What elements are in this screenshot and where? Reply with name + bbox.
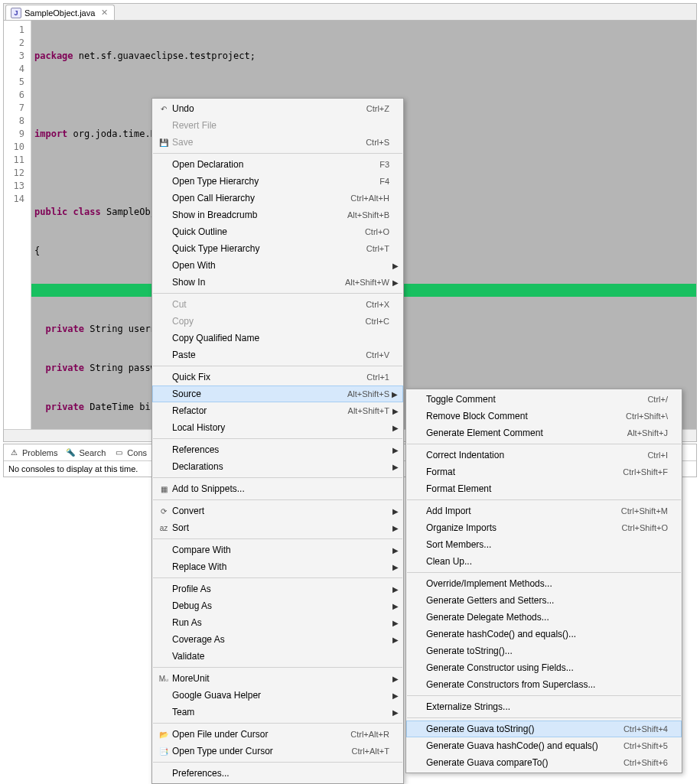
source-correct-indentation[interactable]: Correct IndentationCtrl+I [406, 447, 682, 464]
menu-profile-as[interactable]: Profile As▶ [152, 581, 403, 597]
coverage-as-label: Coverage As [172, 634, 389, 645]
menu-separator [153, 667, 402, 668]
menu-open-call-hierarchy[interactable]: Open Call HierarchyCtrl+Alt+H [152, 190, 403, 207]
line-number: 2 [4, 37, 31, 50]
generate-constructors-from-superclass-label: Generate Constructors from Superclass... [426, 679, 668, 690]
menu-quick-outline[interactable]: Quick OutlineCtrl+O [152, 223, 403, 240]
google-guava-helper-label: Google Guava Helper [172, 690, 389, 701]
menu-declarations[interactable]: Declarations▶ [152, 458, 403, 475]
line-number: 13 [4, 180, 31, 193]
menu-undo[interactable]: ↶UndoCtrl+Z [152, 100, 403, 117]
menu-debug-as[interactable]: Debug As▶ [152, 597, 403, 614]
source-organize-imports[interactable]: Organize ImportsCtrl+Shift+O [406, 519, 682, 536]
source-externalize-strings[interactable]: Externalize Strings... [406, 698, 682, 715]
menu-open-type-hierarchy[interactable]: Open Type HierarchyF4 [152, 173, 403, 190]
paste-accel: Ctrl+V [343, 350, 389, 359]
menu-team[interactable]: Team▶ [152, 704, 403, 721]
copy-qualified-name-label: Copy Qualified Name [172, 333, 389, 343]
source-add-import[interactable]: Add ImportCtrl+Shift+M [406, 503, 682, 519]
menu-validate[interactable]: Validate [152, 648, 403, 665]
source-sort-members[interactable]: Sort Members... [406, 536, 682, 553]
team-label: Team [172, 707, 389, 717]
menu-refactor[interactable]: RefactorAlt+Shift+T▶ [152, 402, 403, 419]
source-generate-delegate-methods[interactable]: Generate Delegate Methods... [406, 609, 682, 626]
submenu-arrow-icon: ▶ [392, 619, 399, 627]
correct-indentation-label: Correct Indentation [426, 450, 624, 460]
menu-open-declaration[interactable]: Open DeclarationF3 [152, 156, 403, 173]
tab-search[interactable]: 🔦 Search [65, 447, 106, 458]
submenu-source[interactable]: Toggle CommentCtrl+/Remove Block Comment… [405, 389, 682, 773]
menu-local-history[interactable]: Local History▶ [152, 419, 403, 436]
refactor-label: Refactor [172, 405, 325, 416]
source-generate-constructors-from-superclass[interactable]: Generate Constructors from Superclass... [406, 676, 682, 693]
open-declaration-label: Open Declaration [172, 159, 357, 170]
source-accel: Alt+Shift+S [324, 389, 389, 399]
add-import-accel: Ctrl+Shift+M [598, 506, 668, 516]
menu-open-type-under-cursor[interactable]: 📑Open Type under CursorCtrl+Alt+T [152, 743, 403, 760]
sort-icon: a͏z [155, 524, 172, 532]
source-generate-getters-and-setters[interactable]: Generate Getters and Setters... [406, 592, 682, 609]
menu-paste[interactable]: PasteCtrl+V [152, 346, 403, 363]
kw-private: private [45, 324, 84, 334]
menu-source[interactable]: SourceAlt+Shift+S▶ [152, 385, 403, 402]
menu-show-in-breadcrumb[interactable]: Show in BreadcrumbAlt+Shift+B [152, 207, 403, 223]
convert-label: Convert [172, 506, 389, 516]
tab-console[interactable]: ▭ Cons [113, 447, 147, 458]
override-implement-methods-label: Override/Implement Methods... [426, 578, 668, 589]
copy-accel: Ctrl+C [343, 317, 389, 326]
source-generate-tostring[interactable]: Generate toString()... [406, 642, 682, 659]
menu-open-with[interactable]: Open With▶ [152, 257, 403, 274]
source-toggle-comment[interactable]: Toggle CommentCtrl+/ [406, 391, 682, 408]
debug-as-label: Debug As [172, 600, 389, 611]
paste-label: Paste [172, 350, 343, 360]
menu-replace-with[interactable]: Replace With▶ [152, 558, 403, 575]
menu-compare-with[interactable]: Compare With▶ [152, 542, 403, 558]
menu-quick-type-hierarchy[interactable]: Quick Type HierarchyCtrl+T [152, 240, 403, 257]
cut-accel: Ctrl+X [343, 300, 389, 309]
menu-sort[interactable]: a͏zSort▶ [152, 519, 403, 536]
menu-quick-fix[interactable]: Quick FixCtrl+1 [152, 369, 403, 385]
menu-copy-qualified-name[interactable]: Copy Qualified Name [152, 330, 403, 346]
menu-open-file-under-cursor[interactable]: 📂Open File under CursorCtrl+Alt+R [152, 726, 403, 743]
menu-moreunit[interactable]: MᵤMoreUnit▶ [152, 670, 403, 687]
submenu-arrow-icon: ▶ [392, 390, 398, 399]
editor-tab[interactable]: J SampleObject.java ✕ [5, 5, 115, 20]
source-generate-element-comment[interactable]: Generate Element CommentAlt+Shift+J [406, 425, 682, 441]
organize-imports-accel: Ctrl+Shift+O [598, 523, 668, 532]
submenu-arrow-icon: ▶ [392, 524, 399, 532]
cut-label: Cut [172, 299, 343, 310]
source-generate-constructor-using-fields[interactable]: Generate Constructor using Fields... [406, 659, 682, 676]
source-override-implement-methods[interactable]: Override/Implement Methods... [406, 575, 682, 592]
save-icon: 💾 [155, 138, 172, 147]
menu-references[interactable]: References▶ [152, 441, 403, 458]
source-generate-guava-hashcode-and-equals[interactable]: Generate Guava hashCode() and equals()Ct… [406, 737, 682, 754]
menu-convert[interactable]: ⟳Convert▶ [152, 503, 403, 519]
submenu-arrow-icon: ▶ [392, 407, 399, 415]
source-generate-guava-compareto[interactable]: Generate Guava compareTo()Ctrl+Shift+6 [406, 754, 682, 771]
source-format-element[interactable]: Format Element [406, 480, 682, 497]
menu-coverage-as[interactable]: Coverage As▶ [152, 631, 403, 648]
menu-add-to-snippets[interactable]: ▦Add to Snippets... [152, 480, 403, 497]
menu-run-as[interactable]: Run As▶ [152, 614, 403, 631]
source-generate-guava-tostring[interactable]: Generate Guava toString()Ctrl+Shift+4 [406, 721, 682, 737]
tab-problems[interactable]: ⚠ Problems [8, 447, 57, 458]
console-icon: ▭ [113, 447, 124, 458]
close-icon[interactable]: ✕ [101, 8, 108, 18]
menu-separator [407, 499, 681, 500]
menu-preferences[interactable]: Preferences... [152, 765, 403, 782]
kw-package: package [34, 50, 73, 61]
source-generate-hashcode-and-equals[interactable]: Generate hashCode() and equals()... [406, 626, 682, 642]
context-menu-editor[interactable]: ↶UndoCtrl+ZRevert File💾SaveCtrl+SOpen De… [151, 98, 404, 784]
menu-separator [153, 762, 402, 763]
menu-show-in[interactable]: Show InAlt+Shift+W▶ [152, 274, 403, 291]
line-number: 11 [4, 154, 31, 167]
kw-import: import [34, 128, 67, 139]
moreunit-label: MoreUnit [172, 673, 389, 684]
menu-google-guava-helper[interactable]: Google Guava Helper▶ [152, 687, 403, 704]
remove-block-comment-label: Remove Block Comment [426, 411, 603, 421]
show-in-accel: Alt+Shift+W [322, 278, 389, 287]
source-remove-block-comment[interactable]: Remove Block CommentCtrl+Shift+\ [406, 408, 682, 425]
kw-private: private [45, 363, 84, 373]
source-clean-up[interactable]: Clean Up... [406, 553, 682, 570]
source-format[interactable]: FormatCtrl+Shift+F [406, 464, 682, 480]
